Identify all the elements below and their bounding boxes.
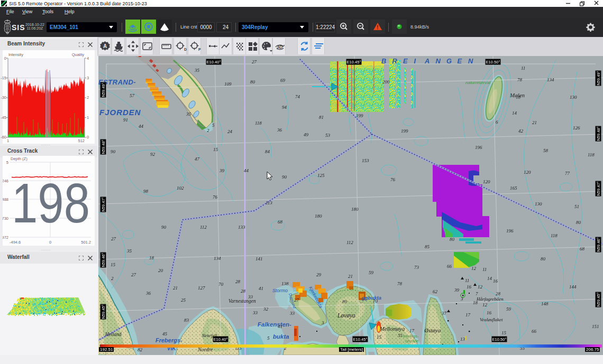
svg-text:144: 144 — [569, 284, 577, 290]
svg-text:92: 92 — [150, 152, 156, 157]
svg-text:21: 21 — [173, 285, 178, 291]
svg-text:N59.48°: N59.48° — [101, 139, 106, 154]
svg-text:27: 27 — [294, 297, 299, 303]
svg-text:151: 151 — [592, 324, 599, 329]
svg-text:80: 80 — [541, 256, 546, 262]
svg-text:126: 126 — [573, 125, 580, 130]
svg-text:68: 68 — [580, 246, 585, 251]
svg-text:N: N — [436, 57, 441, 65]
svg-text:18: 18 — [516, 95, 521, 100]
svg-text:972: 972 — [3, 235, 8, 240]
svg-text:15: 15 — [377, 334, 382, 340]
svg-text:36: 36 — [145, 291, 151, 296]
svg-text:Falkensten-: Falkensten- — [258, 321, 291, 328]
svg-text:125: 125 — [317, 173, 325, 178]
svg-text:27: 27 — [111, 236, 116, 241]
svg-text:28: 28 — [235, 279, 241, 284]
svg-text:0: 0 — [49, 240, 51, 245]
svg-text:55: 55 — [398, 333, 403, 338]
svg-text:E10.45°: E10.45° — [347, 60, 361, 64]
svg-text:83: 83 — [184, 318, 189, 323]
svg-text:28: 28 — [241, 288, 246, 294]
svg-text:27: 27 — [252, 59, 257, 64]
svg-text:P: P — [198, 48, 201, 51]
svg-text:område: område — [405, 339, 418, 343]
svg-text:49: 49 — [304, 132, 309, 137]
svg-text:1: 1 — [7, 138, 9, 143]
svg-text:N59.48°: N59.48° — [596, 126, 601, 141]
svg-text:-45: -45 — [1, 115, 6, 120]
svg-text:Helland: Helland — [105, 332, 122, 337]
svg-text:41: 41 — [259, 286, 263, 291]
svg-text:81: 81 — [319, 115, 324, 120]
svg-text:80: 80 — [250, 79, 255, 85]
svg-text:N59.49°: N59.49° — [596, 71, 601, 85]
svg-text:15: 15 — [501, 330, 507, 335]
svg-text:3: 3 — [321, 320, 324, 325]
svg-text:5: 5 — [267, 335, 270, 341]
svg-text:141: 141 — [255, 256, 263, 262]
svg-text:bukta: bukta — [273, 333, 289, 340]
svg-text:33: 33 — [248, 294, 253, 300]
svg-text:78: 78 — [517, 77, 523, 82]
svg-text:199: 199 — [356, 113, 363, 118]
svg-text:4: 4 — [87, 56, 89, 61]
svg-text:70: 70 — [218, 282, 224, 287]
svg-text:N59.47°: N59.47° — [101, 197, 106, 211]
svg-text:2: 2 — [207, 128, 209, 133]
svg-text:2: 2 — [87, 95, 89, 100]
svg-text:69: 69 — [280, 78, 286, 83]
svg-text:N59.45°: N59.45° — [101, 304, 106, 319]
svg-text:E10.40°: E10.40° — [214, 337, 228, 342]
svg-text:14: 14 — [512, 110, 517, 116]
svg-text:501.2: 501.2 — [81, 240, 91, 245]
svg-text:2: 2 — [111, 276, 114, 281]
svg-text:53: 53 — [325, 133, 331, 138]
svg-text:naturreservat: naturreservat — [465, 80, 491, 85]
svg-text:45: 45 — [162, 331, 168, 337]
svg-text:-30: -30 — [1, 95, 6, 100]
svg-text:E: E — [403, 57, 408, 65]
svg-text:730: 730 — [3, 216, 8, 221]
svg-text:28: 28 — [496, 291, 501, 296]
svg-text:12: 12 — [471, 266, 477, 271]
svg-text:199: 199 — [401, 128, 408, 134]
svg-text:39: 39 — [454, 287, 460, 293]
svg-text:196: 196 — [506, 228, 514, 234]
svg-text:5: 5 — [212, 123, 215, 128]
svg-text:112: 112 — [346, 240, 353, 245]
svg-text:14: 14 — [487, 276, 492, 281]
svg-text:73: 73 — [414, 265, 419, 270]
svg-text:57: 57 — [130, 93, 135, 98]
svg-text:E10.40°: E10.40° — [207, 60, 221, 64]
svg-text:E10.45°: E10.45° — [353, 337, 368, 342]
svg-text:148: 148 — [541, 301, 549, 306]
svg-text:130: 130 — [535, 201, 542, 207]
svg-text:76: 76 — [390, 177, 396, 182]
svg-text:Depth (Z): Depth (Z) — [11, 156, 28, 161]
svg-text:118: 118 — [551, 233, 558, 238]
svg-text:130: 130 — [570, 95, 577, 100]
svg-text:R: R — [392, 57, 398, 65]
svg-text:85: 85 — [425, 244, 430, 249]
svg-text:120: 120 — [524, 170, 531, 175]
svg-text:89: 89 — [342, 299, 348, 304]
svg-text:20: 20 — [158, 268, 163, 273]
svg-text:E: E — [458, 57, 462, 65]
svg-text:E10.50°: E10.50° — [492, 337, 507, 342]
svg-text:3: 3 — [460, 296, 463, 302]
svg-text:trenings-: trenings- — [403, 334, 419, 339]
svg-text:59: 59 — [506, 306, 511, 312]
svg-text:153: 153 — [362, 158, 369, 163]
svg-text:59: 59 — [369, 270, 374, 275]
svg-text:E10.50°: E10.50° — [486, 60, 500, 64]
svg-text:98: 98 — [143, 189, 149, 194]
svg-text:37: 37 — [441, 311, 447, 316]
svg-text:15: 15 — [111, 262, 116, 267]
svg-text:17: 17 — [465, 312, 471, 318]
svg-text:27: 27 — [131, 272, 136, 277]
svg-text:138: 138 — [281, 281, 289, 286]
svg-text:B: B — [381, 57, 386, 65]
svg-text:70: 70 — [373, 298, 378, 304]
svg-text:200: 200 — [382, 79, 390, 85]
